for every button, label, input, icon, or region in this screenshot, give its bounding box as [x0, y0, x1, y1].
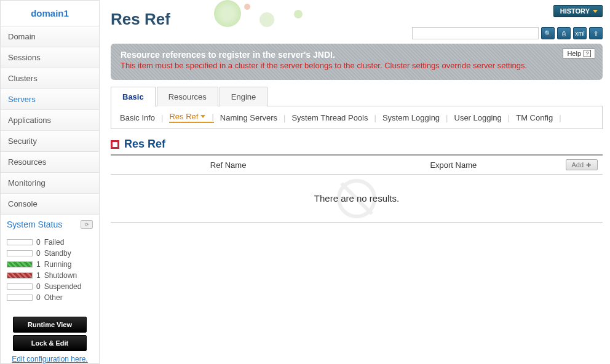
- search-icon[interactable]: 🔍: [541, 27, 555, 39]
- status-failed: 0Failed: [7, 237, 93, 248]
- nav-clusters[interactable]: Clusters: [1, 68, 99, 89]
- add-button[interactable]: Add ✚: [566, 159, 598, 170]
- subtab-system-logging[interactable]: System Logging: [382, 113, 448, 122]
- searchbar: 🔍 ⎙ xml ⇪: [412, 27, 603, 39]
- system-status-title: System Status: [7, 220, 62, 229]
- domain-title: domain1: [1, 1, 99, 26]
- tab-engine[interactable]: Engine: [220, 87, 267, 106]
- no-results: There are no results.: [111, 175, 603, 223]
- nav-sessions[interactable]: Sessions: [1, 47, 99, 68]
- subtab-user-logging[interactable]: User Logging: [454, 113, 510, 122]
- nav-domain[interactable]: Domain: [1, 26, 99, 47]
- edit-configuration-link[interactable]: Edit configuration here.: [7, 355, 93, 363]
- status-standby: 0Standby: [7, 248, 93, 259]
- lock-edit-button[interactable]: Lock & Edit: [13, 335, 87, 351]
- tab-resources[interactable]: Resources: [157, 87, 218, 106]
- plus-icon: ✚: [586, 162, 591, 168]
- chevron-down-icon: [200, 115, 205, 118]
- subtab-tm-config[interactable]: TM Config: [516, 113, 561, 122]
- system-status-list: 0Failed 0Standby 1Running 1Shutdown 0Sus…: [1, 234, 99, 308]
- subtab-system-thread-pools[interactable]: System Thread Pools: [291, 113, 376, 122]
- refresh-icon[interactable]: ⟳: [81, 220, 93, 229]
- tabs-primary: Basic Resources Engine: [111, 86, 603, 106]
- help-label: Help: [567, 50, 581, 57]
- tab-basic[interactable]: Basic: [111, 87, 156, 106]
- status-other: 0Other: [7, 292, 93, 303]
- search-input[interactable]: [412, 27, 539, 39]
- no-results-text: There are no results.: [314, 193, 399, 204]
- tabs-secondary: Basic Info Res Ref Naming Servers System…: [111, 106, 603, 129]
- nav-servers[interactable]: Servers: [1, 89, 99, 109]
- table-header: Ref Name Export Name Add ✚: [111, 154, 603, 175]
- sidebar-bottom: Runtime View Lock & Edit Edit configurat…: [1, 308, 99, 364]
- nav-security[interactable]: Security: [1, 130, 99, 151]
- topbar: HISTORY: [553, 5, 603, 17]
- nav-console[interactable]: Console: [1, 193, 99, 214]
- runtime-view-button[interactable]: Runtime View: [13, 317, 87, 333]
- col-export-name: Export Name: [341, 160, 566, 170]
- status-running: 1Running: [7, 259, 93, 270]
- section-title: Res Ref: [124, 138, 165, 151]
- nav-resources[interactable]: Resources: [1, 151, 99, 172]
- nav-applications[interactable]: Applications: [1, 109, 99, 130]
- col-ref-name: Ref Name: [116, 160, 341, 170]
- status-suspended: 0Suspended: [7, 281, 93, 292]
- help-button[interactable]: Help ?: [563, 49, 595, 58]
- tabs-container: Basic Resources Engine Basic Info Res Re…: [111, 86, 603, 129]
- subtab-basic-info[interactable]: Basic Info: [120, 113, 163, 122]
- status-shutdown: 1Shutdown: [7, 270, 93, 281]
- info-panel: Help ? Resource references to register i…: [111, 44, 603, 80]
- system-status-header: System Status ⟳: [1, 214, 99, 234]
- export-icon[interactable]: ⇪: [589, 27, 603, 39]
- info-title: Resource references to register in the s…: [121, 50, 593, 60]
- subtab-naming-servers[interactable]: Naming Servers: [220, 113, 286, 122]
- print-icon[interactable]: ⎙: [557, 27, 571, 39]
- add-label: Add: [571, 161, 584, 168]
- section-header: Res Ref: [111, 138, 603, 151]
- main-content: HISTORY Res Ref 🔍 ⎙ xml ⇪ Help ? Resourc…: [100, 0, 610, 364]
- nav-monitoring[interactable]: Monitoring: [1, 172, 99, 193]
- export-xml-icon[interactable]: xml: [573, 27, 587, 39]
- info-warning: This item must be specified in a cluster…: [121, 61, 593, 70]
- sidebar: domain1 Domain Sessions Clusters Servers…: [0, 0, 100, 364]
- history-button[interactable]: HISTORY: [553, 5, 603, 17]
- help-icon: ?: [584, 50, 591, 57]
- section-icon: [111, 140, 119, 149]
- subtab-res-ref[interactable]: Res Ref: [169, 112, 213, 123]
